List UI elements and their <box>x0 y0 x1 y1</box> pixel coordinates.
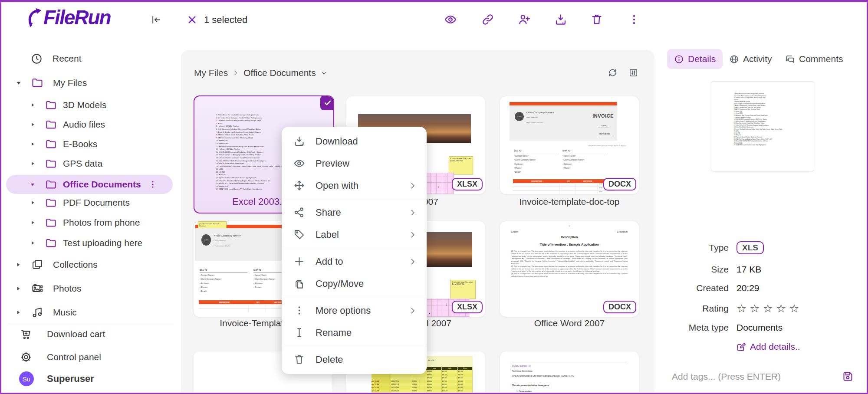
menu-item-more-options[interactable]: More options <box>282 299 427 322</box>
type-badge: XLS <box>736 241 764 254</box>
download-icon <box>554 13 567 26</box>
collections-icon <box>31 259 43 271</box>
file-card-office-word-2007[interactable]: 1 English Description Description Title … <box>500 221 639 317</box>
file-name[interactable]: Office Word 2007 <box>500 318 639 328</box>
file-preview-thumbnail[interactable]: 1 Eldon Base for stackable storage shelf… <box>711 81 814 171</box>
sidebar-item-recent[interactable]: Recent <box>0 49 181 68</box>
collapse-sidebar-button[interactable] <box>151 14 161 25</box>
tag-icon <box>293 229 305 240</box>
detail-label: Type <box>654 243 729 253</box>
user-plus-icon <box>518 13 531 26</box>
tags-input[interactable] <box>671 371 829 382</box>
sidebar-item-control-panel[interactable]: Control panel <box>0 348 181 367</box>
sidebar-item-gps-data[interactable]: GPS data <box>0 154 181 173</box>
chevron-right-icon <box>408 306 417 315</box>
view-options-button[interactable] <box>628 68 638 78</box>
add-details-link[interactable]: Add details.. <box>736 341 800 352</box>
chevron-down-icon[interactable] <box>320 69 328 77</box>
menu-item-delete[interactable]: Delete <box>282 348 427 371</box>
file-card-invoice-template-doc-top[interactable]: LOGO <Your Company Name> <Your address> … <box>500 96 639 194</box>
caret-right-icon[interactable] <box>15 285 22 292</box>
menu-item-copy-move[interactable]: Copy/Move <box>282 273 427 295</box>
caret-right-icon[interactable] <box>15 261 22 268</box>
refresh-button[interactable] <box>608 68 618 78</box>
eye-icon <box>444 13 457 26</box>
details-panel: Details Activity Comments 1 Eldon Base f… <box>654 0 868 394</box>
menu-item-label: Download <box>316 136 358 147</box>
caret-right-icon[interactable] <box>29 199 36 206</box>
caret-right-icon[interactable] <box>29 219 36 226</box>
view-options-icon <box>628 68 638 78</box>
sidebar-item-label: Recent <box>53 53 82 64</box>
sidebar-item-collections[interactable]: Collections <box>0 255 181 274</box>
invoice-logo: LOGO <box>515 112 524 121</box>
share-link-button[interactable] <box>481 13 494 26</box>
comments-icon <box>785 54 795 64</box>
menu-item-open-with[interactable]: Open with <box>282 174 427 197</box>
menu-item-preview[interactable]: Preview <box>282 152 427 174</box>
sidebar-item-audio-files[interactable]: Audio files <box>0 115 181 134</box>
sidebar-item-my-files[interactable]: My Files <box>0 73 181 92</box>
caret-right-icon[interactable] <box>29 160 36 167</box>
detail-row-add-details: Add details.. <box>654 338 868 355</box>
preview-button[interactable] <box>444 13 457 26</box>
caret-right-icon[interactable] <box>29 121 36 128</box>
caret-right-icon[interactable] <box>15 309 22 316</box>
menu-item-download[interactable]: Download <box>282 130 427 152</box>
tab-activity[interactable]: Activity <box>729 49 772 69</box>
folder-icon <box>45 197 57 209</box>
selected-checkbox[interactable] <box>320 95 334 110</box>
detail-row-rating: Rating ☆☆☆☆☆ <box>654 299 868 318</box>
menu-item-share[interactable]: Share <box>282 201 427 223</box>
sidebar-item-e-books[interactable]: E-Books <box>0 135 181 154</box>
caret-down-icon[interactable] <box>29 181 36 188</box>
caret-right-icon[interactable] <box>29 141 36 148</box>
clear-selection-button[interactable] <box>187 14 197 25</box>
sticky-note: If you can see this, open Excel 2007 fil… <box>449 156 473 174</box>
file-name[interactable]: Invoice-template-doc-top <box>500 197 639 207</box>
sidebar-item-music[interactable]: Music <box>0 303 181 322</box>
sidebar-item-test-uploading-here[interactable]: Test uploading here <box>0 233 181 253</box>
rating-stars[interactable]: ☆☆☆☆☆ <box>736 302 802 315</box>
app-logo[interactable]: FileRun <box>24 3 111 31</box>
word-right-header: Description <box>617 231 628 233</box>
sidebar-item-label: Test uploading here <box>63 238 142 248</box>
check-icon <box>323 98 332 107</box>
caret-right-icon[interactable] <box>29 240 36 246</box>
uoml-committee: Technical Committee: <box>512 370 533 372</box>
save-tags-button[interactable] <box>842 371 854 382</box>
share-with-user-button[interactable] <box>518 13 531 26</box>
folder-icon <box>45 119 57 131</box>
download-button[interactable] <box>554 13 567 26</box>
invoice-table: DESCRIPTION QTY UNIT PRICE TOTAL 0.00 0.… <box>513 179 615 194</box>
menu-item-rename[interactable]: Rename <box>282 322 427 344</box>
sidebar-item-office-documents[interactable]: Office Documents <box>0 175 181 194</box>
detail-label: Meta type <box>654 322 729 333</box>
sidebar-item-superuser[interactable]: Su Superuser <box>0 369 181 388</box>
file-card-uoml[interactable]: UOML Sample-en Technical Committee: OASI… <box>500 351 639 394</box>
delete-button[interactable] <box>590 13 603 26</box>
folder-options-kebab-icon[interactable] <box>148 180 158 189</box>
caret-down-icon[interactable] <box>15 79 23 87</box>
tab-details[interactable]: Details <box>667 49 723 69</box>
open-with-icon <box>293 180 305 191</box>
breadcrumb-current[interactable]: Office Documents <box>243 68 316 78</box>
sidebar-item-photos-from-phone[interactable]: Photos from phone <box>0 213 181 232</box>
menu-item-label: Share <box>316 207 341 218</box>
folder-icon <box>45 99 57 111</box>
sidebar-item-label: Control panel <box>47 352 101 362</box>
menu-item-add-to[interactable]: Add to <box>282 250 427 273</box>
breadcrumb-root[interactable]: My Files <box>194 68 228 78</box>
sidebar-item-photos[interactable]: Photos <box>0 279 181 298</box>
tab-comments[interactable]: Comments <box>785 49 843 69</box>
sidebar-item-3d-models[interactable]: 3D Models <box>0 95 181 115</box>
sidebar-item-download-cart[interactable]: Download cart <box>0 325 181 344</box>
more-options-button[interactable] <box>628 13 641 26</box>
caret-right-icon[interactable] <box>29 102 36 108</box>
sidebar-item-label: Photos from phone <box>63 217 140 228</box>
tab-label: Comments <box>799 54 843 64</box>
chevron-right-icon <box>408 230 417 239</box>
menu-item-label[interactable]: Label <box>282 223 427 246</box>
sidebar-item-pdf-documents[interactable]: PDF Documents <box>0 193 181 212</box>
detail-label: Created <box>654 283 729 293</box>
